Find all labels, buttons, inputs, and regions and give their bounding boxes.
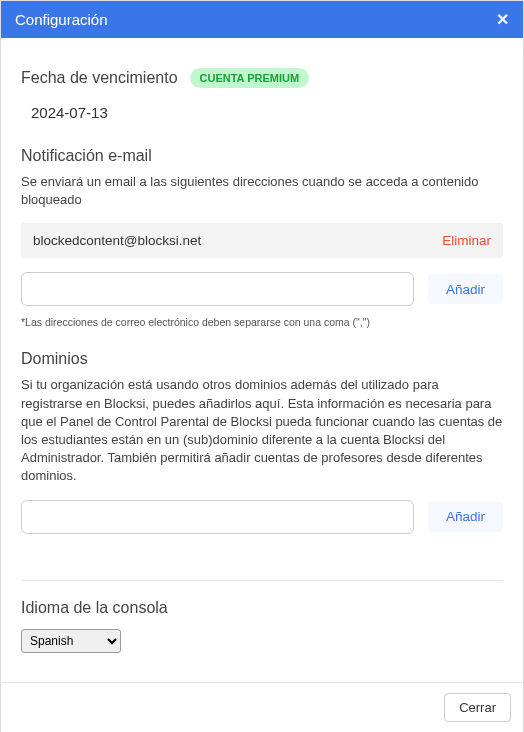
close-icon[interactable]: ✕ bbox=[496, 12, 509, 28]
modal-header: Configuración ✕ bbox=[1, 1, 523, 38]
expiry-label: Fecha de vencimiento bbox=[21, 69, 178, 87]
email-input[interactable] bbox=[21, 272, 414, 306]
premium-badge: CUENTA PREMIUM bbox=[190, 68, 310, 88]
email-section-title: Notificación e-mail bbox=[21, 147, 503, 165]
close-button[interactable]: Cerrar bbox=[444, 693, 511, 722]
email-helper-text: *Las direcciones de correo electrónico d… bbox=[21, 316, 503, 328]
domain-input[interactable] bbox=[21, 500, 414, 534]
delete-email-link[interactable]: Eliminar bbox=[442, 233, 491, 248]
expiry-row: Fecha de vencimiento CUENTA PREMIUM bbox=[21, 68, 503, 88]
email-add-row: Añadir bbox=[21, 272, 503, 306]
language-select[interactable]: Spanish bbox=[21, 629, 121, 653]
email-section-desc: Se enviará un email a las siguientes dir… bbox=[21, 173, 503, 209]
expiry-date: 2024-07-13 bbox=[31, 104, 503, 121]
domains-section-desc: Si tu organización está usando otros dom… bbox=[21, 376, 503, 485]
separator bbox=[21, 580, 503, 581]
modal-title: Configuración bbox=[15, 11, 108, 28]
modal-body: Fecha de vencimiento CUENTA PREMIUM 2024… bbox=[1, 38, 523, 671]
email-address-value: blockedcontent@blocksi.net bbox=[33, 233, 201, 248]
add-email-button[interactable]: Añadir bbox=[428, 274, 503, 304]
domains-section-title: Dominios bbox=[21, 350, 503, 368]
add-domain-button[interactable]: Añadir bbox=[428, 502, 503, 532]
language-section-title: Idioma de la consola bbox=[21, 599, 503, 617]
domain-add-row: Añadir bbox=[21, 500, 503, 534]
email-entry-row: blockedcontent@blocksi.net Eliminar bbox=[21, 223, 503, 258]
modal-footer: Cerrar bbox=[1, 682, 523, 732]
